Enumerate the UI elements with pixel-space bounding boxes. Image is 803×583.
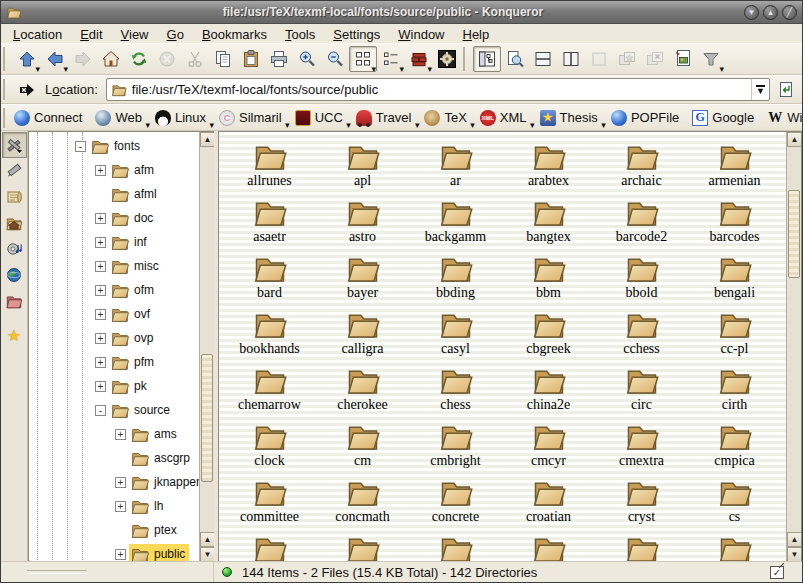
minimize-button[interactable]: ▾ [744, 5, 759, 20]
folder-china2e[interactable]: china2e [502, 360, 595, 416]
folder-cbgreek[interactable]: cbgreek [502, 304, 595, 360]
tree-item-public[interactable]: + public [29, 542, 199, 563]
expander-icon[interactable]: + [115, 549, 126, 560]
folder-cirth[interactable]: cirth [688, 360, 781, 416]
expander-icon[interactable]: + [115, 477, 126, 488]
bookmark-travel[interactable]: Travel ▾ [352, 108, 419, 128]
toolbar-preview-button[interactable] [669, 46, 697, 72]
tree-item-source[interactable]: - source [29, 398, 199, 422]
folder-partial[interactable] [223, 528, 316, 563]
folder-bard[interactable]: bard [223, 248, 316, 304]
folder-arabtex[interactable]: arabtex [502, 136, 595, 192]
folder-cm[interactable]: cm [316, 416, 409, 472]
bookmark-popfile[interactable]: POPFile [607, 108, 686, 128]
folder-asaetr[interactable]: asaetr [223, 192, 316, 248]
toolbar-icon-view-button[interactable] [349, 46, 377, 72]
scroll-up-button[interactable]: ▲ [787, 132, 802, 147]
sidebar-network-button[interactable] [2, 262, 27, 288]
bookmark-silmaril[interactable]: C Silmaril ▾ [215, 108, 289, 128]
menu-go[interactable]: Go [167, 27, 184, 42]
folder-backgamm[interactable]: backgamm [409, 192, 502, 248]
sidebar-root-folder-button[interactable] [2, 288, 27, 314]
expander-icon[interactable]: + [95, 285, 106, 296]
toolbar-stop-button[interactable] [153, 46, 181, 72]
expander-icon[interactable]: + [95, 333, 106, 344]
menu-bookmarks[interactable]: Bookmarks [202, 27, 267, 42]
folder-barcodes[interactable]: barcodes [688, 192, 781, 248]
scroll-down-button[interactable]: ▼ [787, 547, 802, 562]
sidebar-services-button[interactable] [2, 236, 27, 262]
clear-location-icon[interactable] [17, 80, 37, 100]
toolbar-forward-button[interactable] [69, 46, 97, 72]
folder-armenian[interactable]: armenian [688, 136, 781, 192]
folder-cherokee[interactable]: cherokee [316, 360, 409, 416]
scroll-up-button[interactable]: ▲ [787, 532, 802, 547]
sidebar-home-button[interactable] [2, 210, 27, 236]
expander-icon[interactable]: + [115, 429, 126, 440]
folder-cs[interactable]: cs [688, 472, 781, 528]
close-button[interactable]: ╱ [782, 5, 797, 20]
toolbar-konqueror-gear-button[interactable] [433, 46, 461, 72]
tree-item-doc[interactable]: + doc [29, 206, 199, 230]
expander-icon[interactable]: + [95, 237, 106, 248]
toolbar-list-view-button[interactable] [377, 46, 405, 72]
tree-item-fonts[interactable]: - fonts [29, 134, 199, 158]
expander-icon[interactable]: + [95, 357, 106, 368]
folder-apl[interactable]: apl [316, 136, 409, 192]
tree-item-afm[interactable]: + afm [29, 158, 199, 182]
toolbar-zoom-out-button[interactable] [321, 46, 349, 72]
toolbar-remove-view-button[interactable] [585, 46, 613, 72]
folder-bayer[interactable]: bayer [316, 248, 409, 304]
expander-icon[interactable]: - [95, 405, 106, 416]
toolbar-new-tab-button[interactable] [613, 46, 641, 72]
toolbar-cut-button[interactable] [181, 46, 209, 72]
folder-bookhands[interactable]: bookhands [223, 304, 316, 360]
tree-item-inf[interactable]: + inf [29, 230, 199, 254]
toolbar-paste-button[interactable] [237, 46, 265, 72]
folder-bbding[interactable]: bbding [409, 248, 502, 304]
folder-partial[interactable] [595, 528, 688, 563]
location-toolbar-grip[interactable] [3, 79, 10, 101]
expander-icon[interactable]: + [95, 309, 106, 320]
folder-cryst[interactable]: cryst [595, 472, 688, 528]
menu-help[interactable]: Help [463, 27, 490, 42]
expander-icon[interactable]: + [115, 501, 126, 512]
folder-bbm[interactable]: bbm [502, 248, 595, 304]
expander-icon[interactable]: + [95, 213, 106, 224]
bookmark-thesis[interactable]: ★ Thesis ▾ [536, 108, 605, 128]
menu-edit[interactable]: Edit [80, 27, 102, 42]
folder-allrunes[interactable]: allrunes [223, 136, 316, 192]
toolbar-home-button[interactable] [97, 46, 125, 72]
scrollbar-thumb[interactable] [201, 354, 213, 482]
sidebar-bookmarks-button[interactable]: ★ [2, 322, 27, 348]
folder-partial[interactable] [316, 528, 409, 563]
folder-cmextra[interactable]: cmextra [595, 416, 688, 472]
toolbar-split-horizontal-button[interactable] [529, 46, 557, 72]
form-status-icon[interactable]: ✓ [770, 566, 784, 579]
toolbar-up-button[interactable] [13, 46, 41, 72]
titlebar[interactable]: file:/usr/TeX/texmf-local/fonts/source/p… [1, 1, 802, 24]
maximize-button[interactable]: ▴ [763, 5, 778, 20]
bookmark-wikipedia[interactable]: W Wikipedia [763, 108, 803, 128]
folder-casyl[interactable]: casyl [409, 304, 502, 360]
tree-item-jknappen[interactable]: + jknappen [29, 470, 199, 494]
tree-item-ofm[interactable]: + ofm [29, 278, 199, 302]
folder-calligra[interactable]: calligra [316, 304, 409, 360]
tree-item-ovf[interactable]: + ovf [29, 302, 199, 326]
toolbar-grip[interactable] [3, 47, 10, 71]
folder-partial[interactable] [409, 528, 502, 563]
tree-item-lh[interactable]: + lh [29, 494, 199, 518]
sidebar-configure-button[interactable] [2, 132, 27, 158]
expander-icon[interactable]: + [95, 381, 106, 392]
folder-clock[interactable]: clock [223, 416, 316, 472]
folder-cmcyr[interactable]: cmcyr [502, 416, 595, 472]
bookmark-connect[interactable]: Connect [10, 108, 89, 128]
menu-view[interactable]: View [121, 27, 149, 42]
toolbar-multicolumn-view-button[interactable] [405, 46, 433, 72]
toolbar-grip[interactable] [463, 47, 470, 71]
tree-item-ascgrp[interactable]: ascgrp [29, 446, 199, 470]
scroll-up-button[interactable]: ▲ [200, 532, 214, 547]
folder-concrete[interactable]: concrete [409, 472, 502, 528]
folder-astro[interactable]: astro [316, 192, 409, 248]
tree-item-ptex[interactable]: ptex [29, 518, 199, 542]
